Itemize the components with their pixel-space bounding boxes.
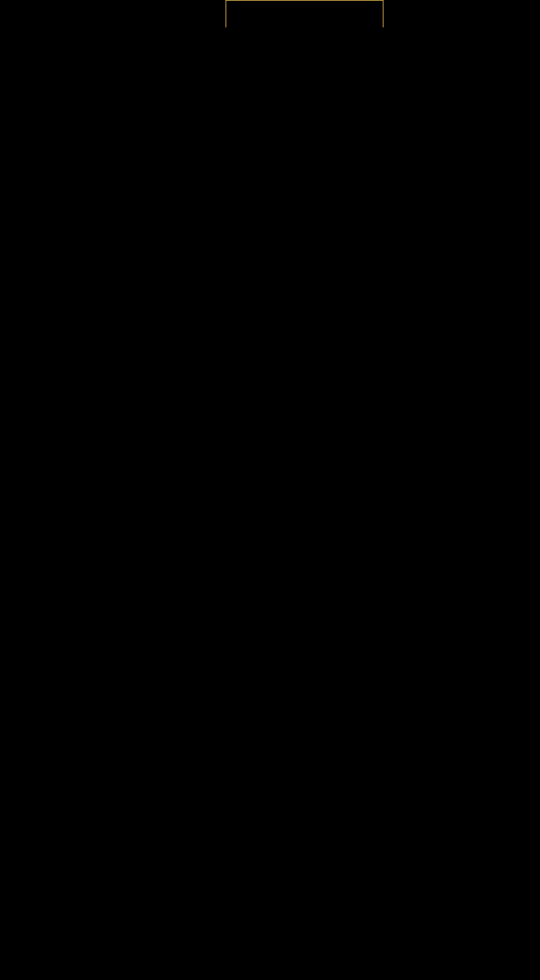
gold-line-top-v2 <box>383 0 383 27</box>
gold-line-top-h <box>226 0 383 1</box>
gold-line-top-v <box>226 0 226 27</box>
